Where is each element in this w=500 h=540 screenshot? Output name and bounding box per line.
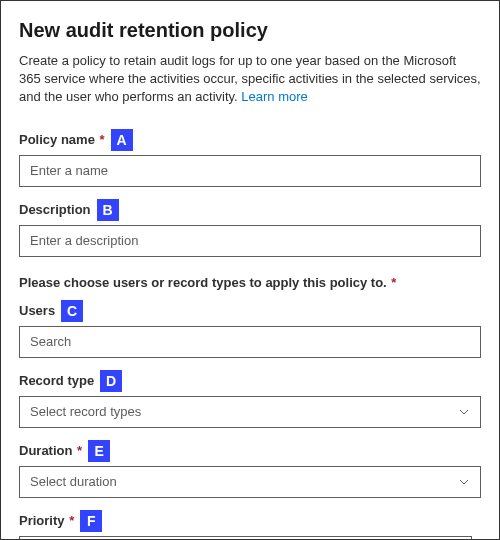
record-type-field: Record type D Select record types — [19, 370, 481, 428]
duration-label: Duration * — [19, 443, 82, 458]
record-type-label: Record type — [19, 373, 94, 388]
policy-name-field: Policy name * A — [19, 129, 481, 187]
section-instruction: Please choose users or record types to a… — [19, 275, 481, 290]
description-field: Description B — [19, 199, 481, 257]
marker-a: A — [111, 129, 133, 151]
users-input[interactable] — [19, 326, 481, 358]
marker-f: F — [80, 510, 102, 532]
chevron-down-icon — [458, 406, 470, 418]
marker-e: E — [88, 440, 110, 462]
marker-b: B — [97, 199, 119, 221]
learn-more-link[interactable]: Learn more — [241, 89, 307, 104]
page-title: New audit retention policy — [19, 19, 481, 42]
users-label: Users — [19, 303, 55, 318]
record-type-select[interactable]: Select record types — [19, 396, 481, 428]
description-input[interactable] — [19, 225, 481, 257]
marker-d: D — [100, 370, 122, 392]
duration-placeholder: Select duration — [30, 474, 117, 489]
description-label: Description — [19, 202, 91, 217]
priority-input[interactable] — [19, 536, 472, 540]
marker-c: C — [61, 300, 83, 322]
intro-text: Create a policy to retain audit logs for… — [19, 52, 481, 107]
policy-name-input[interactable] — [19, 155, 481, 187]
record-type-placeholder: Select record types — [30, 404, 141, 419]
policy-name-label: Policy name * — [19, 132, 105, 147]
priority-field: Priority * F * — [19, 510, 481, 540]
priority-label: Priority * — [19, 513, 74, 528]
users-field: Users C — [19, 300, 481, 358]
chevron-down-icon — [458, 476, 470, 488]
duration-field: Duration * E Select duration — [19, 440, 481, 498]
duration-select[interactable]: Select duration — [19, 466, 481, 498]
